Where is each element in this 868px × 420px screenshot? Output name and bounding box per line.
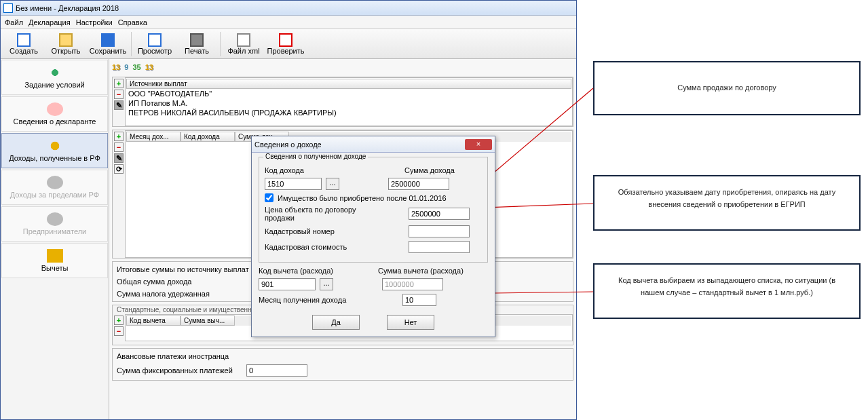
add-deduction-button[interactable]: + [114,316,124,325]
new-file-icon [17,33,31,47]
separator [131,32,132,56]
xml-icon [237,33,250,47]
deduction-sum-input[interactable] [382,278,443,290]
add-income-button[interactable]: + [114,132,124,141]
sources-list[interactable]: Источники выплат ООО "РАБОТОДАТЕЛЬ" ИП П… [125,77,573,126]
preview-button[interactable]: Просмотр [136,31,174,58]
sidebar-item-income-rf[interactable]: Доходы, полученные в РФ [1,133,108,168]
month-input[interactable] [402,294,436,306]
edit-source-button[interactable]: ✎ [114,100,124,110]
sidebar: Задание условий Сведения о декларанте До… [1,59,109,419]
ded-code-label: Код вычета (расхода) [259,267,374,275]
price-input[interactable] [409,208,470,220]
sum-label: Сумма дохода [404,166,455,174]
cadastral-val-input[interactable] [409,241,470,253]
save-icon [101,33,115,47]
callout-date: Обязательно указываем дату приобретения,… [593,175,861,231]
remove-income-button[interactable]: − [114,142,124,152]
callout-sum: Сумма продажи по договору [593,61,861,115]
rate-13b[interactable]: 13 [145,63,153,71]
sidebar-item-declarant[interactable]: Сведения о декларанте [1,96,108,132]
edit-income-button[interactable]: ✎ [114,153,124,163]
advance-label: Сумма фиксированных платежей [117,366,233,375]
checkbox-label: Имущество было приобретено после 01.01.2… [278,194,447,202]
title-bar: Без имени - Декларация 2018 [1,1,576,16]
rate-tabs: 13 9 35 13 [109,59,576,75]
price-label: Цена объекта по договору продажи [265,206,380,222]
month-label: Месяц получения дохода [259,296,374,304]
check-button[interactable]: Проверить [267,31,305,58]
cadastral-num-label: Кадастровый номер [265,227,380,235]
person-icon [47,102,63,116]
ok-button[interactable]: Да [312,315,360,330]
after-2016-checkbox[interactable] [265,193,273,202]
sources-panel: + − ✎ Источники выплат ООО "РАБОТОДАТЕЛЬ… [112,77,573,127]
calculator-icon [47,249,63,263]
source-row[interactable]: ООО "РАБОТОДАТЕЛЬ" [126,89,571,98]
coins-icon [47,139,63,153]
menu-declaration[interactable]: Декларация [29,18,71,26]
cadastral-val-label: Кадастровая стоимость [265,243,380,251]
lookup-deduction-button[interactable]: ... [320,278,333,290]
open-button[interactable]: Открыть [47,31,85,58]
xml-button[interactable]: Файл xml [225,31,263,58]
income-code-input[interactable] [265,178,322,190]
menu-bar: Файл Декларация Настройки Справка [1,16,576,29]
code-label: Код дохода [265,166,380,174]
print-icon [190,33,204,47]
save-button[interactable]: Сохранить [89,31,127,58]
income-group: Сведения о полученном доходе Код дохода … [259,157,488,263]
preview-icon [148,33,162,47]
advance-box: Авансовые платежи иностранца Сумма фикси… [112,348,573,381]
window-title: Без имени - Декларация 2018 [16,4,119,12]
check-icon [279,33,293,47]
income-sum-input[interactable] [388,178,449,190]
source-row[interactable]: ИП Потапов М.А. [126,98,571,108]
rate-13[interactable]: 13 [112,63,120,71]
dialog-title-bar: Сведения о доходе × [252,136,495,153]
remove-source-button[interactable]: − [114,90,124,99]
ded-sum-label: Сумма вычета (расхода) [378,267,464,275]
globe-icon [47,176,63,189]
repeat-income-button[interactable]: ⟳ [114,164,124,174]
menu-settings[interactable]: Настройки [76,18,113,26]
sources-header: Источники выплат [126,79,571,89]
sidebar-item-income-abroad[interactable]: Доходы за пределами РФ [1,170,108,205]
rate-9[interactable]: 9 [124,63,128,71]
col-ded-code: Код вычета [126,316,181,326]
briefcase-icon [47,212,63,226]
app-icon [3,3,13,13]
sidebar-item-deductions[interactable]: Вычеты [1,243,108,278]
advance-input[interactable] [246,364,307,377]
remove-deduction-button[interactable]: − [114,326,124,336]
folder-icon [59,33,73,47]
sidebar-item-conditions[interactable]: Задание условий [1,60,108,95]
income-dialog: Сведения о доходе × Сведения о полученно… [251,136,495,337]
lookup-code-button[interactable]: ... [326,178,339,190]
menu-help[interactable]: Справка [118,18,147,26]
add-source-button[interactable]: + [114,79,124,88]
advance-header: Авансовые платежи иностранца [117,350,569,362]
cadastral-num-input[interactable] [409,225,470,237]
rate-35[interactable]: 35 [132,63,140,71]
source-row[interactable]: ПЕТРОВ НИКОЛАЙ ВАСИЛЬЕВИЧ (ПРОДАЖА КВАРТ… [126,108,571,117]
deduction-code-input[interactable] [259,278,316,290]
create-button[interactable]: Создать [5,31,43,58]
print-button[interactable]: Печать [178,31,216,58]
group-title: Сведения о полученном доходе [263,153,368,160]
tree-icon [47,66,63,79]
close-icon[interactable]: × [465,139,492,150]
col-ded-sum: Сумма выч... [181,316,235,326]
col-code: Код дохода [181,132,235,142]
col-month: Месяц дох... [126,132,181,142]
sidebar-item-entrepreneurs[interactable]: Предприниматели [1,206,108,242]
dialog-title: Сведения о доходе [254,140,322,149]
menu-file[interactable]: Файл [5,18,23,26]
callout-code: Код вычета выбираем из выпадающего списк… [593,263,861,319]
separator [220,32,221,56]
toolbar: Создать Открыть Сохранить Просмотр Печат… [1,29,576,59]
cancel-button[interactable]: Нет [387,315,434,330]
